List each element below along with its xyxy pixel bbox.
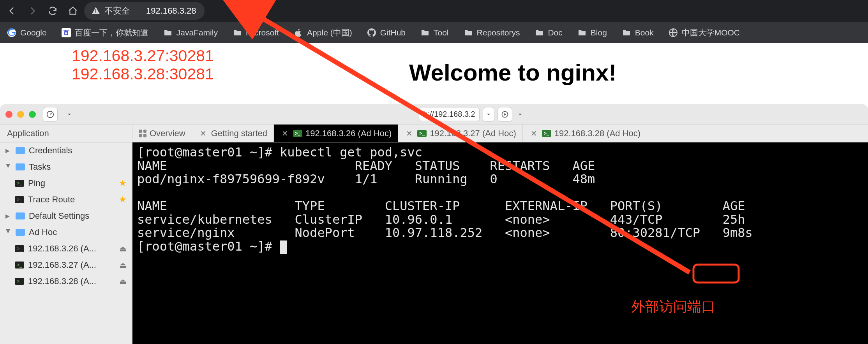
sidebar-item-tasks[interactable]: ▶ Tasks	[0, 159, 132, 175]
bookmark-javafamily[interactable]: JavaFamily	[159, 26, 222, 40]
app-sidebar: ▶ Credentials ▶ Tasks >_ Ping ★ >_ Trace…	[0, 142, 132, 344]
bookmark-google[interactable]: Google	[3, 26, 51, 40]
google-icon	[7, 28, 16, 37]
tab-getting-started[interactable]: ✕ Getting started	[192, 125, 274, 142]
svg-rect-0	[95, 9, 96, 12]
browser-toolbar: 不安全 192.168.3.28	[0, 0, 868, 22]
tab-overview[interactable]: Overview	[132, 125, 192, 142]
tab-host-26[interactable]: ✕ >_ 192.168.3.26 (Ad Hoc)	[274, 125, 398, 142]
terminal-badge-icon: >_	[417, 130, 427, 137]
bookmark-baidu[interactable]: 百 百度一下，你就知道	[58, 25, 152, 40]
bookmark-doc[interactable]: Doc	[531, 26, 566, 40]
grid-icon	[139, 130, 146, 137]
bookmark-label: Repositorys	[477, 28, 520, 37]
nav-back-button[interactable]	[3, 2, 21, 20]
terminal-output[interactable]: [root@master01 ~]# kubectl get pod,svc N…	[132, 142, 868, 344]
tab-label: 192.168.3.28 (Ad Hoc)	[554, 128, 640, 139]
term-line-8: [root@master01 ~]#	[137, 239, 280, 254]
terminal-badge-icon: >_	[293, 130, 302, 137]
browser-chrome: 不安全 192.168.3.28 Google 百 百度一下，你就知道 Java…	[0, 0, 868, 43]
bookmark-label: 中国大学MOOC	[682, 27, 740, 38]
sidebar-item-label: Credentials	[29, 146, 127, 156]
folder-icon	[16, 229, 25, 236]
nginx-welcome-heading: Welcome to nginx!	[409, 59, 616, 86]
terminal-icon: >_	[15, 180, 24, 187]
sidebar-header: Application	[0, 125, 132, 142]
sidebar-item-adhoc[interactable]: ▶ Ad Hoc	[0, 224, 132, 240]
annotation-ip-2: 192.168.3.28:30281	[72, 65, 214, 83]
sidebar-item-host-26[interactable]: >_ 192.168.3.26 (A... ⏏	[0, 240, 132, 257]
bookmark-label: Tool	[434, 28, 449, 37]
sidebar-item-credentials[interactable]: ▶ Credentials	[0, 142, 132, 159]
bookmark-blog[interactable]: Blog	[573, 26, 611, 40]
term-line-6: service/kubernetes ClusterIP 10.96.0.1 <…	[137, 212, 745, 227]
connection-history-button[interactable]	[483, 107, 494, 122]
nav-forward-button[interactable]	[23, 2, 41, 20]
bookmark-mooc[interactable]: 中国大学MOOC	[665, 25, 744, 40]
bookmark-github[interactable]: GitHub	[363, 26, 409, 40]
bookmark-label: Book	[635, 28, 654, 37]
annotation-ip-list: 192.168.3.27:30281 192.168.3.28:30281	[72, 47, 214, 83]
sidebar-item-host-28[interactable]: >_ 192.168.3.28 (A... ⏏	[0, 273, 132, 290]
sidebar-item-label: Ping	[28, 178, 115, 188]
folder-icon	[16, 163, 25, 170]
sidebar-item-label: Ad Hoc	[29, 227, 127, 237]
eject-icon[interactable]: ⏏	[119, 277, 127, 286]
bookmark-label: GitHub	[380, 28, 406, 37]
terminal-cursor	[280, 240, 287, 254]
bookmark-tool[interactable]: Tool	[416, 26, 453, 40]
nav-home-button[interactable]	[64, 2, 82, 20]
bookmark-label: Doc	[548, 28, 562, 37]
folder-icon	[233, 28, 242, 37]
terminal-icon: >_	[15, 278, 24, 285]
folder-icon	[16, 147, 25, 154]
sidebar-item-traceroute[interactable]: >_ Trace Route ★	[0, 191, 132, 208]
nav-reload-button[interactable]	[44, 2, 62, 20]
sidebar-item-ping[interactable]: >_ Ping ★	[0, 175, 132, 191]
bookmark-apple[interactable]: Apple (中国)	[290, 25, 356, 40]
bookmark-label: JavaFamily	[176, 28, 218, 37]
folder-icon	[420, 28, 430, 37]
tab-host-27[interactable]: ✕ >_ 192.168.3.27 (Ad Hoc)	[398, 125, 522, 142]
folder-icon	[163, 28, 173, 37]
window-controls	[5, 111, 36, 118]
star-icon: ★	[119, 178, 127, 188]
maximize-window-button[interactable]	[29, 111, 36, 118]
connection-url-input[interactable]: h://192.168.3.2	[419, 108, 479, 121]
close-window-button[interactable]	[5, 111, 12, 118]
close-icon[interactable]: ✕	[404, 129, 414, 138]
connection-url-text: h://192.168.3.2	[423, 110, 475, 119]
svg-rect-1	[95, 12, 96, 13]
chevron-down-icon: ▶	[5, 164, 12, 170]
terminal-app-window: h://192.168.3.2 Application Overview ✕ G…	[0, 104, 868, 344]
close-icon[interactable]: ✕	[529, 129, 539, 138]
bookmarks-bar: Google 百 百度一下，你就知道 JavaFamily Microsoft …	[0, 22, 868, 43]
titlebar-dropdown-button[interactable]	[65, 107, 74, 122]
chevron-right-icon: ▶	[5, 213, 12, 219]
terminal-body: ▶ Credentials ▶ Tasks >_ Ping ★ >_ Trace…	[0, 142, 868, 344]
terminal-titlebar: h://192.168.3.2	[0, 104, 868, 125]
close-icon[interactable]: ✕	[198, 129, 208, 138]
minimize-window-button[interactable]	[17, 111, 24, 118]
bookmark-microsoft[interactable]: Microsoft	[229, 26, 283, 40]
folder-icon	[16, 212, 25, 219]
eject-icon[interactable]: ⏏	[119, 244, 127, 253]
sidebar-item-label: Default Settings	[29, 211, 127, 221]
close-icon[interactable]: ✕	[280, 129, 290, 138]
bookmark-book[interactable]: Book	[618, 26, 658, 40]
tab-host-28[interactable]: ✕ >_ 192.168.3.28 (Ad Hoc)	[523, 125, 647, 142]
eject-icon[interactable]: ⏏	[119, 260, 127, 270]
connect-dropdown-button[interactable]	[515, 107, 525, 122]
folder-icon	[577, 28, 587, 37]
sidebar-item-default-settings[interactable]: ▶ Default Settings	[0, 208, 132, 224]
bookmark-label: Apple (中国)	[307, 27, 352, 38]
connect-play-button[interactable]	[498, 107, 512, 122]
chevron-right-icon: ▶	[5, 147, 12, 154]
annotation-port-label: 外部访问端口	[631, 297, 715, 316]
address-bar[interactable]: 不安全 192.168.3.28	[84, 2, 205, 20]
addr-separator	[138, 6, 138, 16]
terminal-badge-icon: >_	[542, 130, 551, 137]
bookmark-repositorys[interactable]: Repositorys	[460, 26, 524, 40]
titlebar-gauge-button[interactable]	[43, 107, 58, 122]
sidebar-item-host-27[interactable]: >_ 192.168.3.27 (A... ⏏	[0, 257, 132, 273]
